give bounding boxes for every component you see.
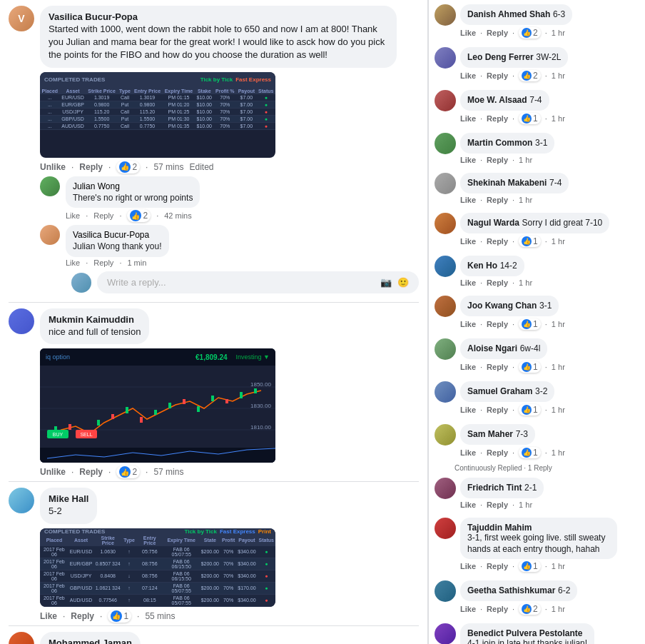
write-avatar	[71, 273, 91, 293]
avatar-benedict	[435, 623, 456, 644]
comment-text-mukmin: nice and full of tension	[49, 326, 141, 338]
right-panel: Danish Ahmed Shah 6-3 Like· Reply· 👍2· 1…	[428, 0, 645, 644]
text-tajuddin: 3-1, first week going live. still sweaty…	[467, 533, 610, 555]
svg-rect-17	[225, 399, 228, 403]
svg-rect-8	[97, 420, 100, 426]
reply-bubble-vasilica2: Vasilica Bucur-Popa Julian Wong thank yo…	[66, 225, 169, 257]
text-leo: 3W-2L	[536, 52, 561, 62]
author-sam[interactable]: Sam Maher	[467, 429, 513, 439]
author-mikehall[interactable]: Mike Hall	[49, 493, 88, 504]
chart-title: iq option	[46, 353, 70, 361]
author-leo[interactable]: Leo Deng Ferrer	[467, 52, 534, 62]
text-aloise: 6w-4l	[520, 343, 541, 353]
text-shekinah: 7-4	[549, 178, 562, 188]
author-danish[interactable]: Danish Ahmed Shah	[467, 9, 550, 19]
text-martin: 3-1	[535, 138, 547, 148]
svg-text:SELL: SELL	[80, 432, 92, 437]
reply-btn-julian[interactable]: Reply	[93, 211, 113, 220]
author-mukmin[interactable]: Mukmin Kaimuddin	[49, 314, 134, 325]
comment-mohammed: Mohammed Jaman 7-3 Like · Reply · 👍 1 · …	[0, 626, 427, 644]
reply-vasilica2: Vasilica Bucur-Popa Julian Wong thank yo…	[40, 225, 419, 267]
text-samuel: 3-2	[535, 386, 547, 396]
chart-image-mukmin: iq option €1,809.24 Investing ▼	[40, 348, 275, 463]
reply-btn-mukmin[interactable]: Reply	[79, 467, 103, 477]
author-tajuddin[interactable]: Tajuddin Mahim	[467, 523, 532, 533]
chart-top-bar: iq option €1,809.24 Investing ▼	[40, 348, 275, 366]
avatar-martin	[435, 133, 456, 154]
like-count-vasilica: 👍 2	[116, 161, 140, 173]
reply-actions-julian: Like · Reply · 👍 2 · 42 mins	[66, 209, 419, 222]
comment-header-mukmin: Mukmin Kaimuddin nice and full of tensio…	[9, 308, 419, 344]
write-reply-icons: 📷 🙂	[380, 277, 409, 288]
comment-bubble-mohammed: Mohammed Jaman 7-3	[40, 632, 141, 644]
time-vasilica2: 1 min	[127, 258, 146, 267]
write-reply-vasilica: Write a reply... 📷 🙂	[71, 271, 419, 293]
avatar-danish	[435, 4, 456, 26]
author-vasilica2[interactable]: Vasilica Bucur-Popa	[73, 230, 149, 240]
like-btn-vasilica2[interactable]: Like	[66, 258, 80, 267]
emoji-icon: 🙂	[397, 277, 409, 288]
author-aloise[interactable]: Aloise Ngari	[467, 343, 517, 353]
svg-rect-10	[126, 407, 128, 413]
reply-btn-mikehall[interactable]: Reply	[71, 611, 94, 621]
reply-btn-vasilica2[interactable]: Reply	[93, 258, 113, 267]
avatar-sam	[435, 424, 456, 446]
avatar-friedrich	[435, 478, 456, 499]
write-reply-input[interactable]: Write a reply... 📷 🙂	[97, 271, 419, 293]
right-comment-tajuddin: Tajuddin Mahim 3-1, first week going liv…	[429, 513, 645, 576]
comment-mukmin: Mukmin Kaimuddin nice and full of tensio…	[0, 303, 427, 481]
avatar-joo	[435, 296, 456, 317]
like-count-julian: 👍 2	[127, 209, 151, 222]
right-comment-martin: Martin Common 3-1 Like· Reply· 1 hr	[429, 129, 645, 168]
author-vasilica[interactable]: Vasilica Bucur-Popa	[49, 11, 138, 22]
avatar-julian	[40, 176, 60, 196]
edited-vasilica: Edited	[189, 162, 213, 172]
time-vasilica: 57 mins	[153, 162, 183, 172]
reply-text-julian: There's no right or wrong points	[73, 192, 193, 204]
right-comment-nagul1: Nagul Warda Sorry I did great 7-10 Like·…	[429, 208, 645, 251]
like-count-mukmin: 👍 2	[116, 466, 140, 478]
avatar-aloise	[435, 338, 456, 360]
unlike-button-vasilica[interactable]: Unlike	[40, 162, 66, 172]
right-comment-moe: Moe W. Alsaad 7-4 Like· Reply· 👍1· 1 hr	[429, 86, 645, 129]
author-friedrich[interactable]: Friedrich Tint	[467, 483, 522, 493]
comment-text-mikehall: 5-2	[49, 505, 88, 518]
reply-note: Continuously Replied · 1 Reply	[429, 463, 645, 473]
like-icon: 👍	[119, 161, 131, 173]
avatar-leo	[435, 47, 456, 69]
reply-button-vasilica[interactable]: Reply	[79, 162, 103, 172]
author-julian[interactable]: Julian Wong	[73, 181, 120, 191]
author-shekinah[interactable]: Shekinah Makabeni	[467, 178, 547, 188]
comment-header: V Vasilica Bucur-Popa Started with 1000,…	[9, 6, 419, 68]
author-joo[interactable]: Joo Kwang Chan	[467, 301, 537, 311]
like-btn-mikehall[interactable]: Like	[40, 611, 57, 621]
right-comments-top: Danish Ahmed Shah 6-3 Like· Reply· 👍2· 1…	[429, 0, 645, 644]
avatar-geetha	[435, 580, 456, 602]
author-mohammed[interactable]: Mohammed Jaman	[49, 638, 132, 644]
time-julian: 42 mins	[164, 211, 192, 220]
right-comment-danish: Danish Ahmed Shah 6-3 Like· Reply· 👍2· 1…	[429, 0, 645, 43]
author-nagul1[interactable]: Nagul Warda	[467, 218, 519, 228]
reply-header-vasilica2: Vasilica Bucur-Popa Julian Wong thank yo…	[40, 225, 419, 257]
comment-bubble-vasilica: Vasilica Bucur-Popa Started with 1000, w…	[40, 6, 397, 68]
like-btn-julian[interactable]: Like	[66, 211, 80, 220]
author-moe[interactable]: Moe W. Alsaad	[467, 95, 527, 105]
text-nagul1: Sorry I did great 7-10	[522, 218, 603, 228]
author-benedict[interactable]: Benedict Pulvera Pestolante	[467, 628, 582, 638]
author-martin[interactable]: Martin Common	[467, 138, 532, 148]
comment-bubble-mukmin: Mukmin Kaimuddin nice and full of tensio…	[40, 308, 149, 344]
trade-table-mikehall: COMPLETED TRADES Tick by Tick Fast Expre…	[40, 528, 275, 607]
right-comment-geetha: Geetha Sathishkumar 6-2 Like· Reply· 👍2·…	[429, 576, 645, 619]
svg-text:BUY: BUY	[53, 432, 64, 437]
text-sam: 7-3	[516, 429, 528, 439]
comment-actions-vasilica: Unlike · Reply · 👍 2 · 57 mins Edited	[40, 161, 419, 173]
svg-rect-15	[197, 406, 200, 412]
author-geetha[interactable]: Geetha Sathishkumar	[467, 585, 555, 595]
chart-value: €1,809.24	[195, 353, 228, 361]
avatar-nagul1	[435, 213, 456, 234]
unlike-btn-mukmin[interactable]: Unlike	[40, 467, 66, 477]
reply-bubble-julian: Julian Wong There's no right or wrong po…	[66, 176, 200, 208]
author-samuel[interactable]: Samuel Graham	[467, 386, 532, 396]
like-icon-mikehall: 👍	[111, 610, 122, 622]
author-kenho[interactable]: Ken Ho	[467, 261, 497, 271]
